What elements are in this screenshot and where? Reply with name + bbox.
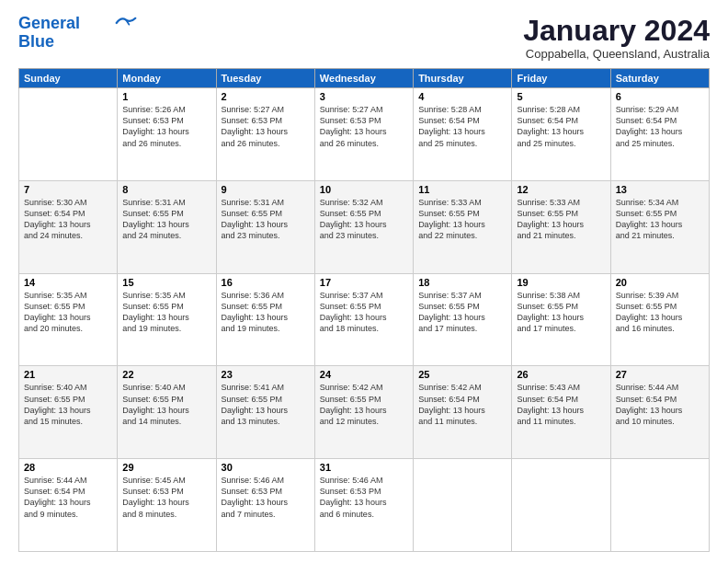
month-title: January 2024: [523, 15, 710, 47]
page: General Blue January 2024 Coppabella, Qu…: [0, 0, 728, 563]
day-number: 2: [222, 91, 310, 102]
day-info: Sunrise: 5:44 AM Sunset: 6:54 PM Dayligh…: [24, 475, 112, 520]
table-row: 15Sunrise: 5:35 AM Sunset: 6:55 PM Dayli…: [118, 273, 216, 366]
calendar-week-3: 14Sunrise: 5:35 AM Sunset: 6:55 PM Dayli…: [19, 273, 710, 366]
table-row: 10Sunrise: 5:32 AM Sunset: 6:55 PM Dayli…: [314, 180, 413, 273]
calendar-week-4: 21Sunrise: 5:40 AM Sunset: 6:55 PM Dayli…: [19, 366, 710, 459]
day-info: Sunrise: 5:28 AM Sunset: 6:54 PM Dayligh…: [517, 104, 605, 149]
day-info: Sunrise: 5:27 AM Sunset: 6:53 PM Dayligh…: [222, 104, 310, 149]
day-info: Sunrise: 5:46 AM Sunset: 6:53 PM Dayligh…: [320, 475, 408, 520]
day-info: Sunrise: 5:26 AM Sunset: 6:53 PM Dayligh…: [122, 104, 210, 149]
header-thursday: Thursday: [414, 69, 512, 88]
day-info: Sunrise: 5:40 AM Sunset: 6:55 PM Dayligh…: [122, 382, 210, 427]
table-row: 17Sunrise: 5:37 AM Sunset: 6:55 PM Dayli…: [314, 273, 413, 366]
day-info: Sunrise: 5:39 AM Sunset: 6:55 PM Dayligh…: [616, 290, 704, 335]
logo-general: General: [18, 14, 80, 32]
day-number: 28: [24, 462, 112, 473]
day-number: 31: [320, 462, 408, 473]
day-info: Sunrise: 5:33 AM Sunset: 6:55 PM Dayligh…: [517, 197, 605, 242]
day-info: Sunrise: 5:35 AM Sunset: 6:55 PM Dayligh…: [24, 290, 112, 335]
header-wednesday: Wednesday: [314, 69, 413, 88]
day-number: 16: [222, 277, 310, 288]
day-number: 22: [122, 369, 210, 380]
weekday-header-row: Sunday Monday Tuesday Wednesday Thursday…: [19, 69, 710, 88]
logo: General Blue: [18, 15, 137, 52]
table-row: 22Sunrise: 5:40 AM Sunset: 6:55 PM Dayli…: [118, 366, 216, 459]
day-number: 14: [24, 277, 112, 288]
header-friday: Friday: [512, 69, 610, 88]
day-number: 15: [122, 277, 210, 288]
table-row: [512, 459, 610, 552]
table-row: 5Sunrise: 5:28 AM Sunset: 6:54 PM Daylig…: [512, 88, 610, 181]
calendar-table: Sunday Monday Tuesday Wednesday Thursday…: [18, 68, 710, 552]
calendar-week-1: 1Sunrise: 5:26 AM Sunset: 6:53 PM Daylig…: [19, 88, 710, 181]
day-number: 3: [320, 91, 408, 102]
day-info: Sunrise: 5:40 AM Sunset: 6:55 PM Dayligh…: [24, 382, 112, 427]
table-row: 18Sunrise: 5:37 AM Sunset: 6:55 PM Dayli…: [414, 273, 512, 366]
logo-text: General: [18, 15, 80, 33]
subtitle: Coppabella, Queensland, Australia: [523, 47, 710, 61]
day-number: 1: [122, 91, 210, 102]
table-row: 31Sunrise: 5:46 AM Sunset: 6:53 PM Dayli…: [314, 459, 413, 552]
day-number: 7: [24, 184, 112, 195]
day-number: 23: [222, 369, 310, 380]
day-number: 30: [222, 462, 310, 473]
header-sunday: Sunday: [19, 69, 118, 88]
table-row: 7Sunrise: 5:30 AM Sunset: 6:54 PM Daylig…: [19, 180, 118, 273]
table-row: 2Sunrise: 5:27 AM Sunset: 6:53 PM Daylig…: [216, 88, 314, 181]
day-info: Sunrise: 5:34 AM Sunset: 6:55 PM Dayligh…: [616, 197, 704, 242]
table-row: 13Sunrise: 5:34 AM Sunset: 6:55 PM Dayli…: [610, 180, 709, 273]
day-info: Sunrise: 5:45 AM Sunset: 6:53 PM Dayligh…: [122, 475, 210, 520]
day-info: Sunrise: 5:30 AM Sunset: 6:54 PM Dayligh…: [24, 197, 112, 242]
table-row: 12Sunrise: 5:33 AM Sunset: 6:55 PM Dayli…: [512, 180, 610, 273]
table-row: 19Sunrise: 5:38 AM Sunset: 6:55 PM Dayli…: [512, 273, 610, 366]
table-row: 26Sunrise: 5:43 AM Sunset: 6:54 PM Dayli…: [512, 366, 610, 459]
header-monday: Monday: [118, 69, 216, 88]
table-row: 29Sunrise: 5:45 AM Sunset: 6:53 PM Dayli…: [118, 459, 216, 552]
header-tuesday: Tuesday: [216, 69, 314, 88]
day-info: Sunrise: 5:44 AM Sunset: 6:54 PM Dayligh…: [616, 382, 704, 427]
day-info: Sunrise: 5:27 AM Sunset: 6:53 PM Dayligh…: [320, 104, 408, 149]
day-info: Sunrise: 5:31 AM Sunset: 6:55 PM Dayligh…: [222, 197, 310, 242]
day-info: Sunrise: 5:36 AM Sunset: 6:55 PM Dayligh…: [222, 290, 310, 335]
day-info: Sunrise: 5:37 AM Sunset: 6:55 PM Dayligh…: [320, 290, 408, 335]
day-number: 20: [616, 277, 704, 288]
day-info: Sunrise: 5:43 AM Sunset: 6:54 PM Dayligh…: [517, 382, 605, 427]
day-info: Sunrise: 5:33 AM Sunset: 6:55 PM Dayligh…: [418, 197, 506, 242]
day-info: Sunrise: 5:38 AM Sunset: 6:55 PM Dayligh…: [517, 290, 605, 335]
table-row: [19, 88, 118, 181]
day-number: 27: [616, 369, 704, 380]
table-row: 3Sunrise: 5:27 AM Sunset: 6:53 PM Daylig…: [314, 88, 413, 181]
table-row: 23Sunrise: 5:41 AM Sunset: 6:55 PM Dayli…: [216, 366, 314, 459]
day-info: Sunrise: 5:32 AM Sunset: 6:55 PM Dayligh…: [320, 197, 408, 242]
day-number: 11: [418, 184, 506, 195]
day-number: 21: [24, 369, 112, 380]
day-number: 17: [320, 277, 408, 288]
day-number: 25: [418, 369, 506, 380]
day-number: 10: [320, 184, 408, 195]
table-row: 4Sunrise: 5:28 AM Sunset: 6:54 PM Daylig…: [414, 88, 512, 181]
day-info: Sunrise: 5:29 AM Sunset: 6:54 PM Dayligh…: [616, 104, 704, 149]
day-info: Sunrise: 5:41 AM Sunset: 6:55 PM Dayligh…: [222, 382, 310, 427]
day-number: 18: [418, 277, 506, 288]
table-row: 16Sunrise: 5:36 AM Sunset: 6:55 PM Dayli…: [216, 273, 314, 366]
header: General Blue January 2024 Coppabella, Qu…: [18, 15, 710, 61]
calendar-week-2: 7Sunrise: 5:30 AM Sunset: 6:54 PM Daylig…: [19, 180, 710, 273]
table-row: 11Sunrise: 5:33 AM Sunset: 6:55 PM Dayli…: [414, 180, 512, 273]
table-row: 28Sunrise: 5:44 AM Sunset: 6:54 PM Dayli…: [19, 459, 118, 552]
table-row: 1Sunrise: 5:26 AM Sunset: 6:53 PM Daylig…: [118, 88, 216, 181]
logo-bird-icon: [115, 17, 137, 29]
table-row: 6Sunrise: 5:29 AM Sunset: 6:54 PM Daylig…: [610, 88, 709, 181]
table-row: [414, 459, 512, 552]
day-number: 26: [517, 369, 605, 380]
day-info: Sunrise: 5:31 AM Sunset: 6:55 PM Dayligh…: [122, 197, 210, 242]
table-row: 25Sunrise: 5:42 AM Sunset: 6:54 PM Dayli…: [414, 366, 512, 459]
table-row: 8Sunrise: 5:31 AM Sunset: 6:55 PM Daylig…: [118, 180, 216, 273]
table-row: 27Sunrise: 5:44 AM Sunset: 6:54 PM Dayli…: [610, 366, 709, 459]
day-number: 8: [122, 184, 210, 195]
table-row: 21Sunrise: 5:40 AM Sunset: 6:55 PM Dayli…: [19, 366, 118, 459]
logo-blue: Blue: [18, 33, 54, 52]
day-number: 13: [616, 184, 704, 195]
table-row: [610, 459, 709, 552]
day-info: Sunrise: 5:37 AM Sunset: 6:55 PM Dayligh…: [418, 290, 506, 335]
